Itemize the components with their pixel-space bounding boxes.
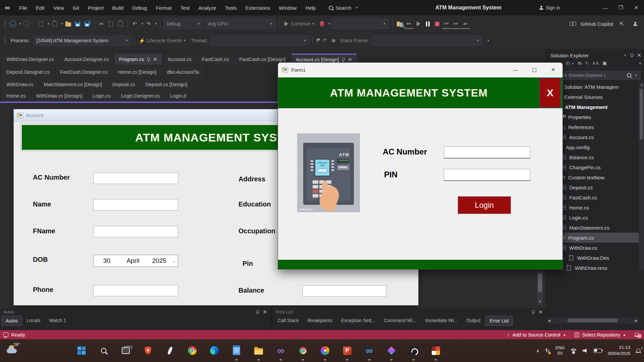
designer-vertical-scrollbar[interactable]: ▼ — [537, 272, 543, 304]
sync-with-active-document-icon[interactable]: ⇆ — [578, 60, 582, 66]
tab-exception-settings[interactable]: Exception Sett... — [337, 316, 379, 325]
taskbar-start-button[interactable] — [70, 339, 93, 362]
clock[interactable]: 21:1330/04/2025 — [607, 345, 630, 357]
toolbar-overflow-icon[interactable]: ▼ — [487, 39, 490, 42]
doc-tab[interactable]: Home.cs [Design] — [114, 66, 161, 77]
tab-autos[interactable]: Autos — [1, 316, 22, 326]
filter-pending-changes-icon[interactable]: ◴▼ — [566, 60, 574, 66]
menu-edit[interactable]: Edit — [32, 0, 49, 15]
cut-icon[interactable]: ✂ — [97, 19, 106, 28]
chevron-down-icon[interactable]: ▼ — [141, 22, 144, 25]
menu-view[interactable]: View — [49, 0, 68, 15]
taskbar-chatgpt-icon[interactable] — [402, 339, 425, 362]
toolbar-grip[interactable] — [4, 19, 6, 28]
minimize-button[interactable]: — — [506, 63, 525, 77]
errorlist-title-bar[interactable]: Error List ✕ — [272, 308, 546, 316]
wifi-icon[interactable] — [570, 348, 577, 353]
process-dropdown[interactable]: [24548] ATM Management System▼ — [33, 36, 131, 46]
pin-icon[interactable] — [147, 57, 150, 61]
chevron-down-icon[interactable]: ▼ — [312, 22, 315, 25]
refresh-icon[interactable]: ↻ — [585, 60, 589, 66]
balance-field[interactable] — [303, 285, 386, 297]
close-icon[interactable]: ✕ — [538, 309, 543, 315]
notifications-bell-icon[interactable]: 1 — [635, 333, 639, 337]
hot-reload-button[interactable] — [318, 19, 326, 28]
save-all-button[interactable] — [83, 19, 92, 28]
github-copilot-label[interactable]: GitHub Copilot — [580, 21, 613, 27]
vs-search-control[interactable]: Search ▼ — [329, 5, 358, 11]
language-indicator[interactable]: ENGSV — [555, 345, 565, 356]
doc-tab[interactable]: WithDraw.cs [Design] — [32, 90, 87, 101]
collapse-all-icon[interactable]: ∧∧ — [592, 60, 599, 66]
dob-date-picker[interactable]: 30 April 2025 ⌄ — [93, 255, 178, 267]
doc-tab[interactable]: FastCash.cs — [198, 54, 233, 65]
tab-immediate-window[interactable]: Immediate Wi... — [421, 316, 462, 325]
taskbar-paint3d-icon[interactable] — [380, 339, 402, 362]
skip-icon[interactable]: ≋ — [329, 36, 338, 45]
github-copilot-icon[interactable] — [570, 22, 576, 26]
doc-tab[interactable]: Login.cs — [88, 90, 115, 101]
name-field[interactable] — [93, 199, 178, 210]
tab-command-window[interactable]: Command Wi... — [380, 316, 420, 325]
stack-frame-dropdown[interactable]: ▼ — [372, 36, 482, 46]
doc-tab[interactable]: WithDraw.cs — [2, 79, 38, 90]
menu-extensions[interactable]: Extensions — [241, 0, 274, 15]
chevron-down-icon[interactable]: ▼ — [19, 22, 22, 25]
login-button[interactable]: Login — [458, 196, 511, 214]
solution-explorer-titlebar[interactable]: Solution Explorer ▼ ✕ — [546, 49, 644, 60]
menu-file[interactable]: File — [15, 0, 32, 15]
chevron-down-icon[interactable]: ▼ — [61, 22, 64, 25]
fname-field[interactable] — [93, 226, 178, 237]
focus-assist-bell-icon[interactable]: z — [636, 349, 641, 353]
menu-debug[interactable]: Debug — [128, 0, 151, 15]
maximize-button[interactable]: ▢ — [525, 63, 544, 77]
hidden-icons-chevron[interactable]: ∧ — [536, 348, 540, 353]
save-button[interactable] — [73, 19, 82, 28]
select-repository-button[interactable]: Select Repository ▲ — [575, 332, 626, 338]
chevron-down-icon[interactable]: ▼ — [183, 39, 186, 42]
taskbar-weather-widget[interactable]: 26° — [4, 342, 28, 359]
battery-icon[interactable] — [594, 349, 602, 353]
thread-dropdown[interactable]: ▼ — [210, 36, 309, 46]
ac-number-input[interactable] — [444, 146, 530, 159]
doc-tab[interactable]: WithDraw.Designer.cs — [2, 54, 58, 65]
scroll-down-icon[interactable]: ▼ — [537, 298, 543, 304]
close-icon[interactable]: ✕ — [153, 56, 157, 62]
form1-exit-button[interactable]: X — [539, 77, 561, 108]
toolbar-grip[interactable] — [4, 36, 6, 45]
sign-in-button[interactable]: Sign in — [539, 0, 560, 15]
close-icon[interactable]: ✕ — [263, 309, 267, 315]
doc-tab[interactable]: Deposit.Designer.cs — [2, 66, 54, 77]
step-over-button[interactable]: ▸▸ — [452, 19, 461, 29]
step-out-button[interactable]: ▴▸ — [461, 19, 470, 29]
taskbar-search-button[interactable] — [93, 339, 115, 362]
pin-icon[interactable] — [256, 310, 259, 314]
close-icon[interactable]: ✕ — [348, 57, 352, 63]
solution-explorer-search[interactable]: Search Solution Explorer ( ▼ — [550, 71, 641, 80]
chevron-down-icon[interactable]: ▼ — [47, 22, 50, 25]
taskbar-chrome-profile-icon[interactable] — [292, 339, 314, 362]
taskbar-lightshot-icon[interactable] — [159, 339, 181, 362]
run-button[interactable] — [414, 19, 423, 28]
minimize-button[interactable]: — — [598, 0, 613, 15]
solution-explorer-vertical-scrollbar[interactable]: ▲ — [639, 82, 644, 269]
chevron-down-icon[interactable]: ▼ — [635, 74, 638, 77]
lifecycle-events-icon[interactable]: ⚡ — [138, 36, 146, 45]
preview-selected-icon[interactable]: ▣ — [602, 60, 607, 66]
phone-field[interactable] — [93, 285, 178, 296]
new-project-button[interactable] — [37, 19, 45, 28]
doc-tab-program-cs[interactable]: Program.cs ✕ — [115, 54, 162, 65]
step-into-button[interactable]: ▸▾ — [442, 19, 451, 29]
doc-tab[interactable]: dbo.AccountTa — [162, 66, 203, 77]
close-button[interactable]: ✕ — [629, 0, 644, 15]
taskbar-task-view-button[interactable] — [115, 339, 137, 362]
tab-error-list[interactable]: Error List — [485, 316, 513, 326]
doc-tab[interactable]: Deposit.cs [Design] — [141, 79, 192, 90]
pause-button[interactable] — [424, 19, 432, 28]
ac-number-field[interactable] — [93, 173, 178, 184]
stop-button[interactable] — [433, 19, 442, 28]
pin-icon[interactable] — [630, 53, 634, 57]
taskbar-brave-icon[interactable] — [137, 339, 159, 362]
lifecycle-events-label[interactable]: Lifecycle Events — [147, 38, 182, 43]
continue-button[interactable] — [282, 19, 291, 28]
